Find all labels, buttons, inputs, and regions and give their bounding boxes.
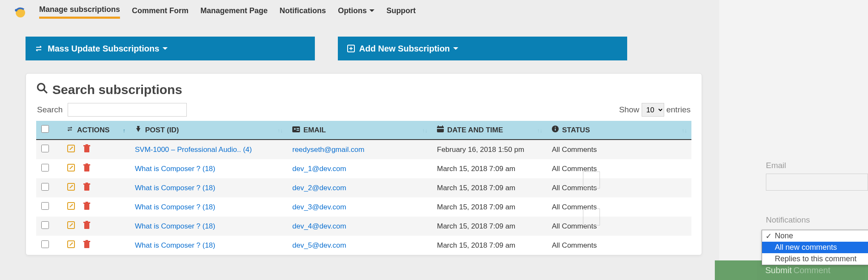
svg-point-3 — [38, 84, 45, 91]
svg-rect-16 — [84, 146, 89, 152]
svg-rect-8 — [437, 126, 444, 132]
post-link[interactable]: What is Composer ? (18) — [135, 241, 215, 249]
chevron-down-icon — [163, 47, 168, 52]
id-card-icon — [292, 126, 300, 134]
svg-rect-25 — [83, 183, 90, 185]
select-all-checkbox[interactable] — [41, 125, 49, 133]
dropdown-option[interactable]: All new comments — [762, 242, 868, 253]
email-field[interactable] — [766, 174, 868, 191]
nav-notifications[interactable]: Notifications — [280, 6, 326, 18]
input-fragment[interactable] — [583, 209, 600, 226]
svg-point-5 — [294, 128, 296, 130]
edit-icon[interactable] — [67, 240, 75, 251]
email-link[interactable]: dev_1@dev.com — [292, 165, 346, 173]
svg-rect-21 — [83, 164, 90, 166]
col-post-label: POST (ID) — [145, 126, 179, 134]
trash-icon[interactable] — [83, 183, 91, 193]
row-date: March 15, 2018 7:09 am — [432, 197, 547, 217]
row-date: March 15, 2018 7:09 am — [432, 178, 547, 197]
svg-rect-33 — [83, 222, 90, 223]
edit-icon[interactable] — [67, 221, 75, 231]
svg-rect-13 — [555, 129, 556, 131]
row-checkbox[interactable] — [41, 221, 49, 229]
row-checkbox[interactable] — [41, 164, 49, 171]
post-link[interactable]: SVM-1000 – Professional Audio.. (4) — [135, 146, 252, 154]
svg-rect-17 — [83, 145, 90, 146]
top-nav: Manage subscriptions Comment Form Manage… — [9, 0, 719, 24]
table-row: SVM-1000 – Professional Audio.. (4)reedy… — [36, 140, 691, 159]
email-label: Email — [766, 161, 868, 170]
post-link[interactable]: What is Composer ? (18) — [135, 203, 215, 211]
plugin-logo-icon — [14, 5, 27, 19]
svg-rect-28 — [84, 204, 89, 210]
svg-rect-18 — [86, 144, 88, 145]
email-link[interactable]: dev_3@dev.com — [292, 203, 346, 211]
col-date[interactable]: DATE AND TIME ↑↓ — [432, 121, 547, 140]
add-subscription-button[interactable]: Add New Subscription — [338, 37, 627, 60]
plus-square-icon — [347, 45, 355, 52]
nav-comment-form[interactable]: Comment Form — [132, 6, 188, 18]
col-date-label: DATE AND TIME — [447, 126, 503, 134]
post-link[interactable]: What is Composer ? (18) — [135, 165, 215, 173]
col-email[interactable]: EMAIL ↑↓ — [287, 121, 432, 140]
email-link[interactable]: dev_5@dev.com — [292, 241, 346, 249]
edit-icon[interactable] — [67, 183, 75, 193]
row-date: March 15, 2018 7:09 am — [432, 159, 547, 178]
nav-options[interactable]: Options — [338, 6, 374, 18]
edit-icon[interactable] — [67, 144, 75, 155]
svg-rect-6 — [297, 128, 299, 129]
trash-icon[interactable] — [83, 202, 91, 212]
add-subscription-label: Add New Subscription — [359, 44, 450, 54]
row-checkbox[interactable] — [41, 145, 49, 152]
row-checkbox[interactable] — [41, 202, 49, 210]
svg-rect-7 — [297, 130, 299, 131]
email-link[interactable]: reedyseth@gmail.com — [292, 146, 364, 154]
dropdown-option[interactable]: None — [762, 230, 868, 242]
row-checkbox[interactable] — [41, 240, 49, 248]
nav-management-page[interactable]: Management Page — [200, 6, 268, 18]
notifications-dropdown[interactable]: NoneAll new commentsReplies to this comm… — [762, 230, 868, 265]
row-checkbox[interactable] — [41, 183, 49, 191]
svg-rect-11 — [437, 128, 444, 129]
nav-manage-subscriptions[interactable]: Manage subscriptions — [39, 5, 120, 19]
col-status[interactable]: STATUS ↑↓ — [547, 121, 691, 140]
submit-label-prefix: Submit — [765, 266, 792, 275]
svg-rect-10 — [442, 126, 443, 127]
svg-rect-24 — [84, 185, 89, 191]
swap-icon — [67, 126, 74, 134]
edit-icon[interactable] — [67, 163, 75, 174]
trash-icon[interactable] — [83, 144, 91, 155]
post-link[interactable]: What is Composer ? (18) — [135, 222, 215, 230]
row-status: All Comments — [547, 178, 691, 197]
input-fragment[interactable] — [583, 171, 600, 189]
page-size-select[interactable]: 10 — [642, 103, 664, 117]
svg-rect-34 — [86, 221, 88, 222]
col-actions[interactable]: ACTIONS ↑ — [62, 121, 130, 140]
post-link[interactable]: What is Composer ? (18) — [135, 184, 215, 192]
nav-support[interactable]: Support — [386, 6, 416, 18]
card-title-text: Search subscriptions — [52, 83, 182, 97]
sort-icon: ↑↓ — [537, 127, 542, 133]
edit-icon[interactable] — [67, 202, 75, 212]
svg-rect-36 — [84, 242, 89, 248]
row-status: All Comments — [547, 197, 691, 217]
row-date: February 16, 2018 1:50 pm — [432, 140, 547, 159]
trash-icon[interactable] — [83, 163, 91, 174]
row-status: All Comments — [547, 236, 691, 255]
notifications-label: Notifications — [766, 215, 868, 225]
svg-rect-4 — [292, 126, 300, 132]
svg-point-1 — [15, 9, 17, 11]
search-icon — [36, 82, 48, 97]
swap-icon — [35, 44, 43, 53]
svg-rect-30 — [86, 202, 88, 203]
email-link[interactable]: dev_2@dev.com — [292, 184, 346, 192]
trash-icon[interactable] — [83, 240, 91, 251]
email-link[interactable]: dev_4@dev.com — [292, 222, 346, 230]
mass-update-button[interactable]: Mass Update Subscriptions — [26, 37, 315, 60]
trash-icon[interactable] — [83, 221, 91, 231]
search-input[interactable] — [68, 103, 187, 117]
dropdown-option[interactable]: Replies to this comment — [762, 253, 868, 265]
svg-rect-37 — [83, 241, 90, 242]
sort-asc-icon: ↑ — [123, 127, 126, 133]
col-post[interactable]: POST (ID) ↑↓ — [130, 121, 287, 140]
